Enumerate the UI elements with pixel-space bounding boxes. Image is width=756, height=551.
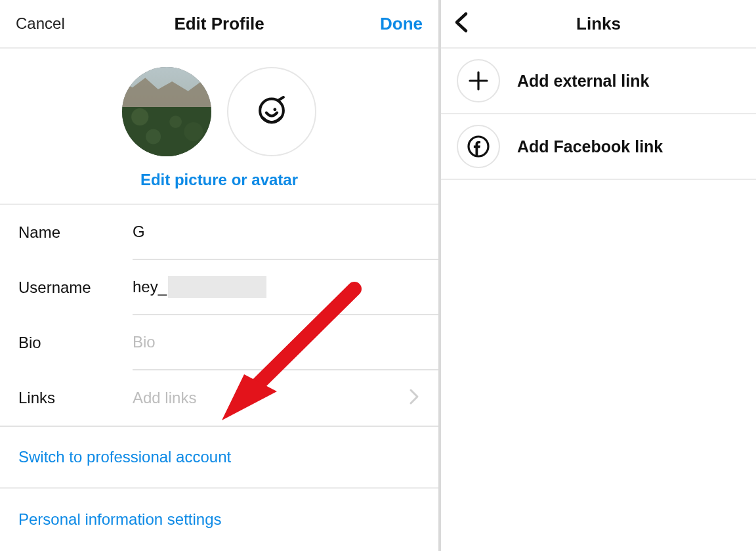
links-label: Links (18, 389, 133, 407)
svg-point-1 (273, 108, 276, 111)
personal-info-button[interactable]: Personal information settings (0, 489, 438, 550)
add-facebook-link-label: Add Facebook link (517, 137, 663, 156)
add-external-link-label: Add external link (517, 72, 649, 91)
bio-placeholder: Bio (133, 333, 156, 351)
name-label: Name (18, 223, 133, 242)
edit-profile-panel: Cancel Edit Profile Done (0, 0, 441, 551)
username-label: Username (18, 278, 133, 297)
add-external-link-button[interactable]: Add external link (441, 49, 756, 114)
cancel-button[interactable]: Cancel (16, 14, 65, 32)
username-row[interactable]: Username hey_ (0, 260, 438, 315)
chevron-left-icon (453, 11, 471, 33)
edit-profile-header: Cancel Edit Profile Done (0, 0, 438, 49)
bio-label: Bio (18, 334, 133, 352)
profile-form: Name G Username hey_ Bio Bio Links (0, 205, 438, 550)
profile-picture[interactable] (122, 67, 211, 156)
edit-picture-button[interactable]: Edit picture or avatar (0, 171, 438, 189)
avatar-icon (255, 95, 289, 129)
avatar-button[interactable] (227, 67, 316, 156)
avatar-section: Edit picture or avatar (0, 49, 438, 205)
plus-icon (467, 70, 490, 92)
username-value: hey_ (133, 278, 167, 296)
back-button[interactable] (453, 11, 471, 36)
username-redacted (168, 276, 266, 298)
links-placeholder: Add links (133, 389, 196, 407)
done-button[interactable]: Done (380, 14, 423, 33)
chevron-right-icon (408, 387, 420, 408)
links-panel: Links Add external link Add Facebook lin… (441, 0, 756, 551)
bio-row[interactable]: Bio Bio (0, 315, 438, 370)
links-header: Links (441, 0, 756, 49)
links-row[interactable]: Links Add links (0, 370, 438, 426)
name-row[interactable]: Name G (0, 205, 438, 260)
facebook-icon (465, 133, 492, 160)
switch-professional-button[interactable]: Switch to professional account (0, 427, 438, 489)
page-title: Edit Profile (174, 14, 264, 34)
add-facebook-link-button[interactable]: Add Facebook link (441, 114, 756, 180)
name-value: G (133, 223, 145, 241)
links-title: Links (457, 14, 740, 34)
